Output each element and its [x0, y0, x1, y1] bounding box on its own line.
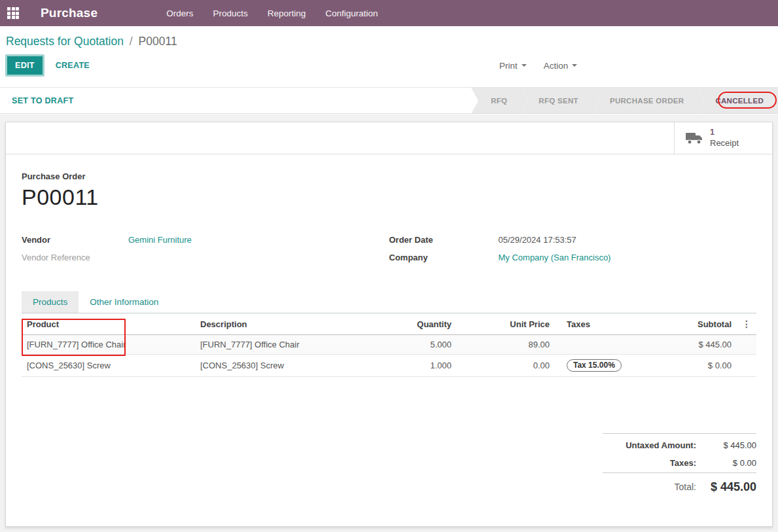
col-header-description[interactable]: Description — [195, 313, 408, 335]
apps-menu-button[interactable] — [0, 0, 26, 26]
untaxed-amount-label: Untaxed Amount: — [626, 440, 696, 450]
cell-quantity[interactable]: 5.000 — [408, 335, 457, 355]
order-line-row[interactable]: [FURN_7777] Office Chair [FURN_7777] Off… — [22, 335, 756, 355]
status-bar: SET TO DRAFT RFQ RFQ SENT PURCHASE ORDER… — [0, 87, 778, 114]
totals-divider — [603, 433, 756, 434]
page-title: P00011 — [22, 185, 756, 210]
vendor-value-link[interactable]: Gemini Furniture — [128, 235, 192, 245]
print-dropdown[interactable]: Print — [499, 61, 527, 71]
control-panel: Requests for Quotation / P00011 EDIT CRE… — [0, 26, 778, 82]
app-title[interactable]: Purchase — [41, 6, 97, 20]
company-value-link[interactable]: My Company (San Francisco) — [499, 253, 611, 262]
order-date-label: Order Date — [389, 235, 499, 245]
col-header-unit-price[interactable]: Unit Price — [457, 313, 555, 335]
status-step-rfq-sent[interactable]: RFQ SENT — [522, 88, 593, 113]
statusbar-steps: RFQ RFQ SENT PURCHASE ORDER CANCELLED — [471, 88, 778, 113]
receipt-stat-button[interactable]: 1 Receipt — [674, 122, 772, 154]
document-type-label: Purchase Order — [22, 171, 756, 181]
breadcrumb-current: P00011 — [139, 35, 177, 48]
main-menu: Orders Products Reporting Configuration — [166, 9, 378, 18]
truck-icon — [685, 131, 703, 145]
breadcrumb-separator: / — [130, 35, 133, 48]
col-header-subtotal[interactable]: Subtotal — [682, 313, 737, 335]
top-navbar: Purchase Orders Products Reporting Confi… — [0, 0, 778, 26]
print-dropdown-label: Print — [499, 61, 518, 71]
cell-description[interactable]: [CONS_25630] Screw — [195, 355, 408, 377]
cell-unit-price[interactable]: 0.00 — [457, 355, 555, 377]
totals-divider — [603, 472, 756, 473]
total-label: Total: — [675, 482, 696, 492]
order-lines-table: Product Description Quantity Unit Price … — [22, 313, 756, 377]
apps-grid-icon — [7, 7, 19, 19]
menu-reporting[interactable]: Reporting — [268, 9, 306, 18]
tab-products[interactable]: Products — [22, 291, 79, 313]
status-step-rfq[interactable]: RFQ — [471, 88, 522, 113]
cell-unit-price[interactable]: 89.00 — [457, 335, 555, 355]
stat-button-box: 1 Receipt — [6, 122, 772, 154]
action-dropdown-label: Action — [544, 61, 569, 71]
menu-configuration[interactable]: Configuration — [325, 9, 378, 18]
taxes-label: Taxes: — [670, 458, 696, 468]
cell-product[interactable]: [CONS_25630] Screw — [22, 355, 195, 377]
receipt-label: Receipt — [710, 138, 739, 149]
status-step-purchase-order[interactable]: PURCHASE ORDER — [593, 88, 698, 113]
set-to-draft-button[interactable]: SET TO DRAFT — [12, 96, 73, 105]
receipt-count: 1 — [710, 128, 739, 138]
totals-block: Untaxed Amount: $ 445.00 Taxes: $ 0.00 T… — [603, 433, 756, 498]
create-button[interactable]: CREATE — [56, 61, 90, 70]
menu-orders[interactable]: Orders — [166, 9, 193, 18]
order-date-value[interactable]: 05/29/2024 17:53:57 — [499, 235, 576, 245]
breadcrumb: Requests for Quotation / P00011 — [0, 26, 778, 48]
col-header-product[interactable]: Product — [22, 313, 195, 335]
edit-button[interactable]: EDIT — [5, 54, 44, 77]
action-dropdown[interactable]: Action — [544, 61, 578, 71]
cell-subtotal: $ 0.00 — [682, 355, 737, 377]
field-group: Vendor Gemini Furniture Vendor Reference… — [22, 231, 756, 266]
total-value: $ 445.00 — [696, 480, 756, 494]
cell-subtotal: $ 445.00 — [682, 335, 737, 355]
status-step-cancelled[interactable]: CANCELLED — [698, 88, 778, 113]
vendor-reference-label: Vendor Reference — [22, 253, 128, 262]
optional-columns-icon[interactable]: ⋮ — [742, 319, 751, 329]
notebook-tabs: Products Other Information — [22, 291, 756, 313]
company-label: Company — [389, 253, 499, 262]
tax-badge[interactable]: Tax 15.00% — [567, 359, 622, 372]
purchase-order-sheet: 1 Receipt Purchase Order P00011 Vendor G… — [5, 122, 773, 527]
col-header-quantity[interactable]: Quantity — [408, 313, 457, 335]
tab-other-information[interactable]: Other Information — [79, 291, 169, 313]
taxes-value: $ 0.00 — [696, 458, 756, 468]
cell-quantity[interactable]: 1.000 — [408, 355, 457, 377]
untaxed-amount-value: $ 445.00 — [696, 440, 756, 450]
cell-product[interactable]: [FURN_7777] Office Chair — [22, 335, 195, 355]
col-header-taxes[interactable]: Taxes — [555, 313, 682, 335]
breadcrumb-parent-link[interactable]: Requests for Quotation — [6, 35, 124, 48]
vendor-label: Vendor — [22, 235, 128, 245]
cell-description[interactable]: [FURN_7777] Office Chair — [195, 335, 408, 355]
menu-products[interactable]: Products — [213, 9, 247, 18]
form-view-background: 1 Receipt Purchase Order P00011 Vendor G… — [0, 115, 778, 532]
caret-down-icon — [572, 64, 577, 67]
order-line-row[interactable]: [CONS_25630] Screw [CONS_25630] Screw 1.… — [22, 355, 756, 377]
caret-down-icon — [522, 64, 527, 67]
